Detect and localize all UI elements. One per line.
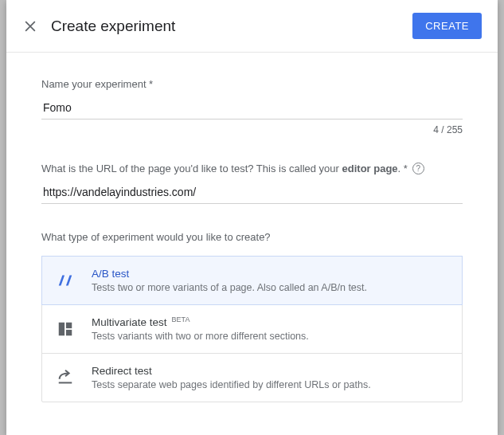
option-title: A/B test	[92, 268, 129, 280]
modal-title: Create experiment	[51, 18, 412, 35]
option-desc: Tests variants with two or more differen…	[92, 331, 447, 342]
svg-rect-3	[66, 323, 72, 328]
multivariate-icon	[57, 320, 74, 338]
option-multivariate-test[interactable]: Multivariate test BETA Tests variants wi…	[42, 304, 462, 353]
option-title: Multivariate test	[92, 316, 167, 328]
name-input[interactable]	[41, 98, 463, 120]
url-label-post: . *	[398, 163, 408, 174]
svg-marker-0	[59, 276, 64, 286]
option-desc: Tests separate web pages identified by d…	[92, 379, 447, 390]
name-field-label: Name your experiment *	[41, 78, 463, 90]
modal-header: Create experiment CREATE	[6, 0, 498, 53]
ab-test-icon	[57, 272, 74, 289]
option-text: Redirect test Tests separate web pages i…	[92, 365, 447, 390]
option-text: A/B test Tests two or more variants of a…	[92, 268, 447, 293]
name-field-group: Name your experiment * 4 / 255	[41, 78, 463, 135]
svg-marker-1	[66, 276, 72, 286]
url-label-bold: editor page	[342, 163, 398, 174]
svg-rect-2	[59, 323, 64, 336]
name-char-counter: 4 / 255	[41, 124, 463, 135]
url-field-label: What is the URL of the page you'd like t…	[41, 163, 463, 174]
option-title: Redirect test	[92, 365, 152, 377]
redirect-icon	[57, 369, 74, 386]
close-icon[interactable]	[22, 18, 38, 34]
beta-badge: BETA	[172, 315, 190, 323]
modal-body: Name your experiment * 4 / 255 What is t…	[6, 53, 498, 435]
create-button[interactable]: CREATE	[412, 13, 482, 39]
type-label: What type of experiment would you like t…	[41, 231, 463, 243]
url-field-group: What is the URL of the page you'd like t…	[41, 163, 463, 204]
option-ab-test[interactable]: A/B test Tests two or more variants of a…	[41, 256, 463, 305]
svg-rect-4	[66, 330, 72, 335]
option-desc: Tests two or more variants of a page. Al…	[92, 282, 447, 293]
type-section: What type of experiment would you like t…	[41, 231, 463, 402]
option-text: Multivariate test BETA Tests variants wi…	[92, 316, 447, 342]
url-label-pre: What is the URL of the page you'd like t…	[41, 163, 342, 174]
option-redirect-test[interactable]: Redirect test Tests separate web pages i…	[42, 353, 462, 402]
help-icon[interactable]: ?	[412, 163, 424, 174]
create-experiment-modal: Create experiment CREATE Name your exper…	[6, 0, 498, 435]
experiment-type-options: A/B test Tests two or more variants of a…	[41, 256, 463, 402]
url-input[interactable]	[41, 182, 463, 204]
